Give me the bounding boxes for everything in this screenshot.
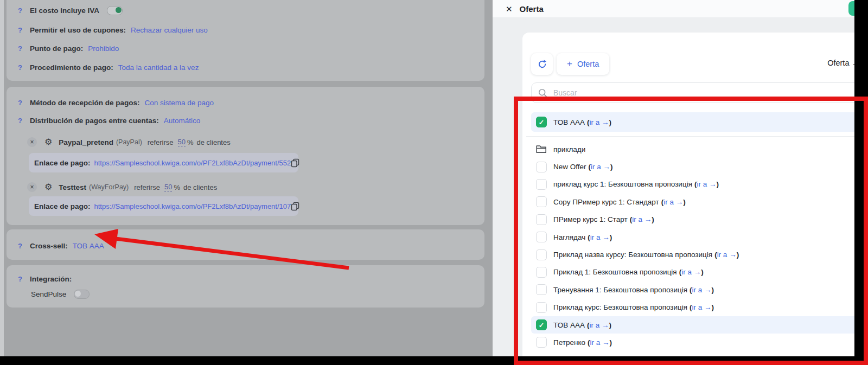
goto-link[interactable]: ir a → bbox=[697, 180, 716, 188]
help-icon[interactable]: ? bbox=[18, 7, 24, 15]
gear-icon[interactable]: ⚙ bbox=[44, 183, 52, 191]
offer-checkbox[interactable] bbox=[536, 337, 547, 348]
offer-checkbox[interactable] bbox=[536, 117, 547, 127]
distribution-value-link[interactable]: Automático bbox=[164, 117, 201, 125]
goto-link[interactable]: ir a → bbox=[632, 215, 652, 223]
offer-goto: (ir a →) bbox=[587, 118, 611, 126]
copy-icon[interactable] bbox=[291, 202, 299, 211]
offer-name: New Offer bbox=[553, 163, 586, 171]
add-offer-button[interactable]: + Oferta bbox=[557, 53, 609, 75]
arrow-right-icon: → bbox=[704, 303, 712, 311]
offer-row[interactable]: Copy ПРимер курс 1: Стандарт (ir a →) bbox=[531, 193, 859, 210]
offer-checkbox[interactable] bbox=[536, 214, 547, 225]
setting-label: Permitir el uso de cupones: bbox=[30, 26, 126, 34]
offer-row[interactable]: ТОВ ААА (ir a →) bbox=[531, 316, 859, 334]
offer-row[interactable]: Приклад курс: Безкоштовна пропозиція (ir… bbox=[531, 299, 859, 316]
sendpulse-toggle[interactable] bbox=[74, 290, 90, 299]
provider-system: (WayForPay) bbox=[89, 183, 129, 191]
arrow-right-icon: → bbox=[704, 286, 712, 294]
help-icon[interactable]: ? bbox=[18, 275, 24, 283]
arrow-right-icon: → bbox=[676, 198, 684, 206]
offer-goto: (ir a →) bbox=[588, 233, 612, 241]
offer-row[interactable]: приклади bbox=[531, 140, 859, 158]
coupons-value-link[interactable]: Rechazar cualquier uso bbox=[131, 26, 208, 34]
arrow-right-icon: → bbox=[709, 180, 717, 188]
help-icon[interactable]: ? bbox=[18, 44, 24, 53]
help-icon[interactable]: ? bbox=[18, 117, 24, 125]
arrow-right-icon: → bbox=[644, 215, 652, 223]
payment-procedure-value-link[interactable]: Toda la cantidad a la vez bbox=[118, 63, 199, 72]
refresh-button[interactable] bbox=[531, 53, 553, 75]
offer-checkbox[interactable] bbox=[536, 232, 547, 242]
offer-row[interactable]: Петренко (ir a →) bbox=[531, 334, 859, 351]
offer-goto: (ir a →) bbox=[661, 198, 686, 206]
offer-row[interactable]: ПРимер курс 1: Старт (ir a →) bbox=[531, 211, 859, 228]
setting-label: El costo incluye IVA bbox=[30, 7, 99, 15]
setting-row-iva: ? El costo incluye IVA bbox=[18, 5, 123, 15]
offer-row[interactable]: Приклад назва курсу: Безкоштовна пропози… bbox=[531, 246, 859, 263]
offer-drawer: ✕ Oferta + Oferta Oferta → bbox=[493, 0, 868, 365]
payment-link-url[interactable]: https://Sampleschool.kwiga.com/o/PF2Lxf8… bbox=[94, 159, 291, 167]
offer-row[interactable]: приклад курс 1: Безкоштовна пропозиція (… bbox=[531, 176, 859, 193]
offer-checkbox[interactable] bbox=[536, 302, 547, 313]
goto-link[interactable]: ir a → bbox=[589, 321, 609, 329]
offer-row[interactable]: Наглядач (ir a →) bbox=[531, 228, 859, 246]
provider-name: Paypal_pretend bbox=[59, 138, 113, 146]
remove-provider-icon[interactable]: × bbox=[27, 137, 37, 147]
goto-link[interactable]: ir a → bbox=[589, 118, 609, 126]
gear-icon[interactable]: ⚙ bbox=[44, 138, 52, 146]
cross-sell-value-link[interactable]: ТОВ ААА bbox=[73, 242, 104, 250]
payment-link-url[interactable]: https://Sampleschool.kwiga.com/o/PF2Lxf8… bbox=[94, 202, 291, 210]
offer-checkbox[interactable] bbox=[536, 319, 547, 330]
help-icon[interactable]: ? bbox=[18, 99, 24, 107]
remove-provider-icon[interactable]: × bbox=[27, 182, 37, 192]
help-icon[interactable]: ? bbox=[18, 242, 24, 250]
goto-link[interactable]: ir a → bbox=[590, 233, 610, 241]
offer-checkbox[interactable] bbox=[536, 196, 547, 207]
close-icon[interactable]: ✕ bbox=[506, 5, 513, 13]
drawer-header: ✕ Oferta bbox=[493, 0, 868, 18]
help-icon[interactable]: ? bbox=[18, 26, 24, 34]
arrow-right-icon: → bbox=[729, 251, 737, 259]
payment-link-box: Enlace de pago: https://Sampleschool.kwi… bbox=[29, 153, 298, 172]
search-input[interactable] bbox=[552, 88, 852, 98]
offer-row[interactable]: New Offer (ir a →) bbox=[531, 158, 859, 175]
offer-goto: (ir a →) bbox=[588, 338, 612, 347]
offer-name: ТОВ ААА bbox=[553, 118, 585, 126]
payment-point-value-link[interactable]: Prohibido bbox=[88, 44, 119, 53]
goto-link[interactable]: ir a → bbox=[717, 251, 737, 259]
goto-link[interactable]: ir a → bbox=[692, 286, 712, 294]
setting-label: Distribución de pagos entre cuentas: bbox=[30, 117, 159, 125]
offer-row[interactable]: Тренування 1: Безкоштовна пропозиція (ir… bbox=[531, 281, 859, 298]
drawer-title: Oferta bbox=[520, 4, 544, 14]
reception-method-value-link[interactable]: Con sistema de pago bbox=[145, 99, 214, 107]
setting-row-distribution: ? Distribución de pagos entre cuentas: A… bbox=[18, 116, 200, 125]
offer-goto: (ir a →) bbox=[694, 180, 719, 188]
offer-checkbox[interactable] bbox=[536, 267, 547, 278]
search-icon bbox=[538, 88, 547, 98]
offer-name: Петренко bbox=[553, 338, 585, 347]
offer-checkbox[interactable] bbox=[536, 162, 547, 172]
offer-checkbox[interactable] bbox=[536, 284, 547, 295]
goto-link[interactable]: ir a → bbox=[663, 198, 683, 206]
copy-icon[interactable] bbox=[291, 158, 299, 168]
provider-percent[interactable]: 50 bbox=[164, 183, 172, 191]
setting-row-coupons: ? Permitir el uso de cupones: Rechazar c… bbox=[18, 25, 208, 35]
setting-row-sendpulse: SendPulse bbox=[31, 289, 90, 299]
help-icon[interactable]: ? bbox=[18, 63, 24, 72]
offer-checkbox[interactable] bbox=[536, 249, 547, 260]
goto-link[interactable]: ir a → bbox=[591, 163, 610, 171]
goto-link[interactable]: ir a → bbox=[590, 338, 609, 347]
offer-name: ПРимер курс 1: Старт bbox=[553, 215, 628, 223]
goto-link[interactable]: ir a → bbox=[692, 303, 712, 311]
search-box bbox=[531, 82, 859, 103]
goto-link[interactable]: ir a → bbox=[681, 268, 701, 276]
sendpulse-label: SendPulse bbox=[31, 290, 66, 298]
offer-row[interactable]: ТОВ ААА (ir a →) bbox=[531, 112, 859, 132]
offer-name: Приклад курс: Безкоштовна пропозиція bbox=[553, 303, 687, 311]
offer-row[interactable]: Приклад 1: Безкоштовна пропозиція (ir a … bbox=[531, 264, 859, 281]
offer-goto: (ir a →) bbox=[679, 268, 704, 276]
iva-toggle[interactable] bbox=[107, 6, 123, 15]
offer-checkbox[interactable] bbox=[536, 179, 547, 190]
provider-percent[interactable]: 50 bbox=[178, 138, 186, 146]
